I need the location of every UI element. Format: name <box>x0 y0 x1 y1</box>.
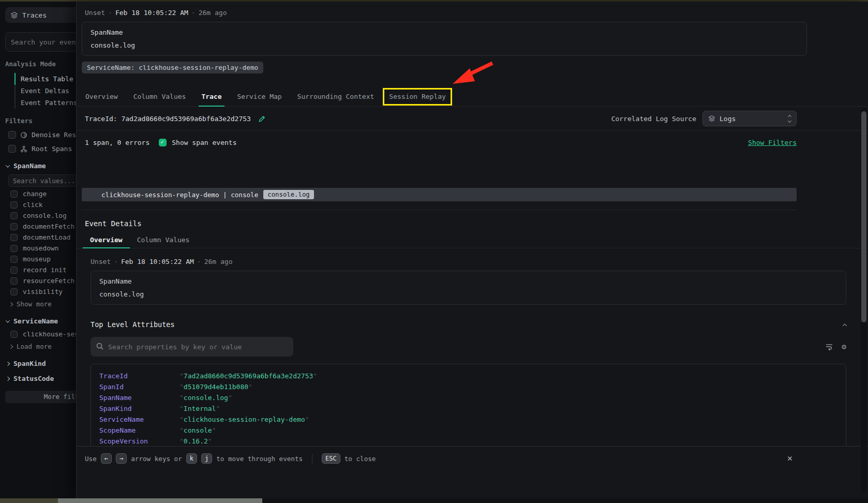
tab-overview[interactable]: Overview <box>78 87 126 106</box>
show-more-label: Show more <box>17 300 52 308</box>
edit-trace-id-icon[interactable] <box>258 115 266 123</box>
option-checkbox[interactable] <box>10 331 18 338</box>
root-spans-row[interactable]: Root Spans Only <box>8 145 76 153</box>
filter-group-servicename[interactable]: ServiceName <box>6 317 76 325</box>
show-span-events-label: Show span events <box>172 139 236 146</box>
option-checkbox[interactable] <box>10 288 18 295</box>
close-icon[interactable]: ✕ <box>787 453 792 463</box>
span-name-card: SpanName console.log <box>82 22 807 56</box>
attribute-value: 7ad2ad8660c9d53969a6bf6a3e2d2753 <box>179 372 317 380</box>
spanname-group-label: SpanName <box>13 162 46 170</box>
show-span-events-checkbox[interactable] <box>159 139 167 146</box>
service-name-badge[interactable]: ServiceName: clickhouse-session-replay-d… <box>82 62 263 73</box>
attribute-row[interactable]: ServiceNameclickhouse-session-replay-dem… <box>99 414 837 425</box>
session-replay-highlight-box: Session Replay <box>383 88 452 106</box>
attributes-search-input[interactable] <box>91 337 293 357</box>
denoise-label: Denoise Results <box>32 131 76 139</box>
search-icon <box>96 342 104 350</box>
divider <box>82 210 797 210</box>
attribute-row[interactable]: SpanKindInternal <box>99 403 837 414</box>
divider <box>312 454 312 463</box>
j-key: j <box>201 453 212 464</box>
option-label: mouseup <box>23 255 51 263</box>
attribute-key: ScopeName <box>99 426 179 434</box>
event-details-tab-column-values[interactable]: Column Values <box>130 232 197 248</box>
traces-source-button[interactable]: Traces <box>5 7 76 23</box>
filter-option[interactable]: documentLoad <box>10 233 76 241</box>
chevron-right-icon <box>9 344 13 348</box>
attribute-value: clickhouse-session-replay-demo <box>179 416 309 423</box>
option-checkbox[interactable] <box>10 223 18 230</box>
option-checkbox[interactable] <box>10 212 18 219</box>
span-name-value: console.log <box>99 290 837 298</box>
mode-item-event-patterns[interactable]: Event Patterns <box>14 97 76 109</box>
denoise-checkbox[interactable] <box>8 131 16 139</box>
attribute-key: SpanKind <box>99 405 179 412</box>
separator-dot: · <box>111 258 121 265</box>
filter-option[interactable]: resourceFetch <box>10 277 76 285</box>
trace-id-label: TraceId: <box>85 115 117 123</box>
option-checkbox[interactable] <box>10 245 18 252</box>
waterfall-span-label: clickhouse-session-replay-demo | console <box>101 191 258 199</box>
option-checkbox[interactable] <box>10 234 18 241</box>
spanname-values-search-input[interactable] <box>8 174 76 187</box>
denoise-results-row[interactable]: Denoise Results <box>8 131 76 139</box>
trace-id-row: TraceId: 7ad2ad8660c9d53969a6bf6a3e2d275… <box>77 107 868 131</box>
filter-option[interactable]: clickhouse-session-replay-demo <box>10 330 76 338</box>
root-spans-checkbox[interactable] <box>8 145 16 153</box>
show-filters-link[interactable]: Show Filters <box>748 139 797 146</box>
option-checkbox[interactable] <box>10 190 18 198</box>
attribute-row[interactable]: SpanNameconsole.log <box>99 392 837 403</box>
wrap-lines-icon[interactable] <box>825 343 833 351</box>
span-name-label: SpanName <box>91 28 798 36</box>
filter-group-spankind[interactable]: SpanKind <box>6 360 76 367</box>
filter-group-statuscode[interactable]: StatusCode <box>6 375 76 382</box>
option-label: documentLoad <box>23 233 70 241</box>
events-search-input[interactable] <box>5 32 76 52</box>
option-checkbox[interactable] <box>10 256 18 263</box>
footer-close-text: to close <box>345 455 376 463</box>
tab-surrounding-context[interactable]: Surrounding Context <box>290 87 382 106</box>
filter-option[interactable]: record init <box>10 266 76 274</box>
vertical-scrollbar-thumb[interactable] <box>861 111 866 322</box>
tab-trace[interactable]: Trace <box>193 87 229 106</box>
waterfall-span-bar[interactable]: clickhouse-session-replay-demo | console… <box>82 188 797 201</box>
show-more-link[interactable]: Show more <box>9 300 76 308</box>
k-key: k <box>186 453 197 464</box>
filter-option[interactable]: click <box>10 201 76 209</box>
option-checkbox[interactable] <box>10 267 18 274</box>
mode-item-event-deltas[interactable]: Event Deltas <box>14 85 76 97</box>
option-label: visibility <box>23 288 63 295</box>
horizontal-scrollbar-thumb[interactable] <box>58 498 262 503</box>
load-more-link[interactable]: Load more <box>9 343 76 350</box>
attribute-row[interactable]: SpanIdd51079d4eb11b080 <box>99 381 837 392</box>
layers-icon <box>708 115 715 122</box>
filter-option[interactable]: mouseup <box>10 255 76 263</box>
mode-item-results-table[interactable]: Results Table <box>14 73 76 85</box>
attribute-row[interactable]: ScopeVersion0.16.2 <box>99 436 837 447</box>
gear-icon[interactable]: ⚙ <box>842 342 846 351</box>
filter-group-spanname[interactable]: SpanName <box>6 162 76 170</box>
option-label: documentFetch <box>23 223 74 230</box>
event-details-tab-overview[interactable]: Overview <box>83 232 130 248</box>
filter-option[interactable]: documentFetch <box>10 223 76 230</box>
log-source-select[interactable]: Logs <box>702 111 797 126</box>
more-filters-button[interactable]: More filters <box>5 391 76 403</box>
filter-option[interactable]: mousedown <box>10 244 76 252</box>
option-checkbox[interactable] <box>10 277 18 285</box>
event-ago: 26m ago <box>204 258 233 265</box>
tab-service-map[interactable]: Service Map <box>230 87 290 106</box>
filter-option[interactable]: visibility <box>10 288 76 295</box>
filter-option[interactable]: console.log <box>10 212 76 219</box>
filter-option[interactable]: change <box>10 190 76 198</box>
chevron-right-icon <box>6 361 10 365</box>
option-checkbox[interactable] <box>10 201 18 209</box>
attribute-key: ServiceName <box>99 416 179 423</box>
tab-session-replay[interactable]: Session Replay <box>384 90 451 104</box>
tab-column-values[interactable]: Column Values <box>126 87 194 106</box>
attribute-row[interactable]: ScopeNameconsole <box>99 425 837 436</box>
event-ago: 26m ago <box>199 9 227 17</box>
attribute-row[interactable]: TraceId7ad2ad8660c9d53969a6bf6a3e2d2753 <box>99 371 837 381</box>
collapse-chevron-icon[interactable] <box>843 324 847 328</box>
waterfall-span-badge: console.log <box>263 190 313 199</box>
